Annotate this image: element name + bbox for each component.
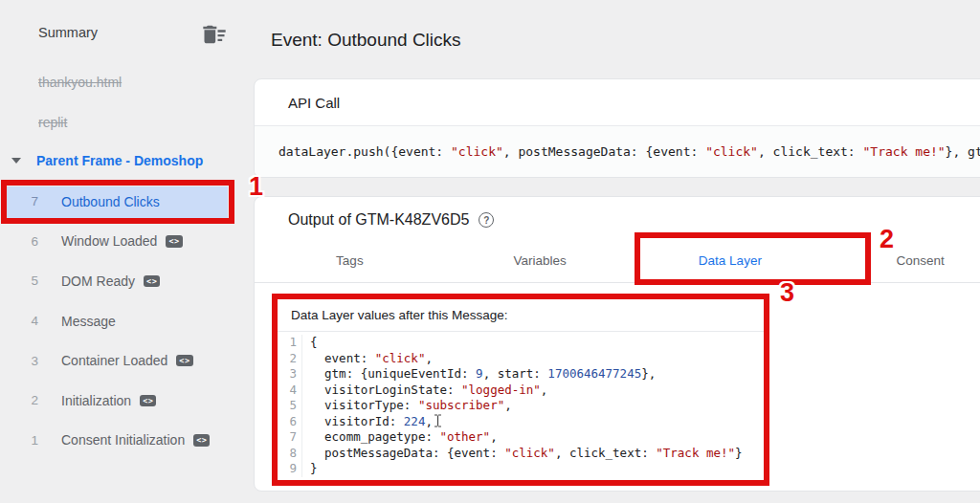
- line-number: 8: [278, 446, 302, 462]
- code-segment-string: "click": [451, 144, 503, 159]
- code-text: visitorLoginState: "logged-in",: [310, 383, 547, 399]
- code-icon: <>: [193, 434, 210, 447]
- code-segment-number: 1700646477245: [547, 366, 641, 383]
- line-number: 6: [278, 414, 302, 430]
- code-segment-plain: ,: [541, 383, 548, 399]
- line-number: 2: [278, 351, 302, 367]
- output-title: Output of GTM-K48ZV6D5: [288, 211, 469, 229]
- code-segment-plain: visitorId:: [310, 414, 404, 430]
- frame-group-label: Parent Frame - Demoshop: [36, 153, 203, 168]
- code-segment-plain: , postMessageData: {event:: [503, 144, 705, 159]
- code-segment-plain: visitorLoginState:: [310, 383, 461, 399]
- help-icon[interactable]: ?: [479, 212, 494, 228]
- code-line: 8 postMessageData: {event: "click", clic…: [278, 446, 764, 462]
- code-segment-plain: ,: [425, 351, 433, 367]
- code-segment-number: 9: [476, 366, 483, 383]
- code-text: postMessageData: {event: "click", click_…: [310, 446, 743, 462]
- code-segment-plain: {: [310, 335, 318, 351]
- event-label: Container Loaded: [61, 353, 167, 368]
- code-segment-plain: }, gt: [946, 144, 980, 159]
- code-line: 2 event: "click",: [278, 351, 764, 367]
- annotation-box-1: [1, 180, 234, 224]
- code-line: 9}: [278, 461, 764, 477]
- code-text: }: [310, 461, 318, 477]
- tab-variables[interactable]: Variables: [445, 239, 635, 282]
- sidebar-page-thankyou[interactable]: thankyou.html: [38, 75, 122, 90]
- code-line: 4 visitorLoginState: "logged-in",: [278, 383, 764, 399]
- event-label: DOM Ready: [61, 273, 135, 289]
- api-call-card: API Call dataLayer.push({event: "click",…: [254, 78, 980, 178]
- code-segment-plain: ,: [504, 398, 512, 414]
- code-text: event: "click",: [310, 351, 433, 367]
- sidebar-page-replit[interactable]: replit: [38, 115, 67, 130]
- event-number: 1: [15, 433, 38, 448]
- code-text: visitorType: "subscriber",: [310, 398, 512, 414]
- line-number: 4: [278, 383, 302, 399]
- code-text: {: [310, 335, 318, 351]
- event-row-dom-ready[interactable]: 5DOM Ready<>: [0, 261, 239, 301]
- code-segment-plain: ,: [490, 429, 498, 446]
- code-line: 1{: [278, 335, 764, 351]
- code-text: visitorId: 224,: [310, 414, 442, 430]
- code-segment-plain: gtm: {uniqueEventId:: [310, 366, 476, 383]
- code-segment-plain: ,: [425, 414, 433, 430]
- code-segment-string: "Track me!": [656, 446, 735, 462]
- event-row-container-loaded[interactable]: 3Container Loaded<>: [0, 340, 239, 381]
- code-line: 5 visitorType: "subscriber",: [278, 398, 764, 414]
- code-segment-plain: visitorType:: [310, 398, 418, 414]
- output-tab-bar: TagsVariablesData LayerConsent: [255, 239, 980, 283]
- event-number: 4: [15, 314, 38, 328]
- data-layer-code: 1{2 event: "click",3 gtm: {uniqueEventId…: [278, 332, 764, 477]
- event-number: 3: [15, 354, 38, 368]
- code-segment-plain: postMessageData: {event:: [310, 446, 504, 462]
- event-number: 2: [15, 393, 38, 407]
- annotation-label-3: 3: [780, 278, 794, 308]
- event-label: Message: [61, 314, 116, 329]
- text-cursor-icon: [434, 414, 442, 432]
- api-call-title: API Call: [255, 79, 980, 126]
- code-segment-string: "click": [375, 351, 426, 367]
- event-label: Initialization: [61, 393, 131, 408]
- event-row-message[interactable]: 4Message: [0, 301, 239, 341]
- event-row-consent-initialization[interactable]: 1Consent Initialization<>: [0, 421, 239, 461]
- code-segment-plain: event:: [310, 351, 375, 367]
- event-row-initialization[interactable]: 2Initialization<>: [0, 381, 239, 421]
- event-number: 5: [15, 273, 38, 288]
- code-segment-plain: },: [641, 366, 656, 383]
- annotation-label-2: 2: [880, 225, 894, 254]
- data-layer-panel-title: Data Layer values after this Message:: [278, 299, 764, 332]
- output-header: Output of GTM-K48ZV6D5 ?: [255, 197, 980, 229]
- line-number: 7: [278, 429, 302, 446]
- chevron-down-icon: [11, 158, 21, 164]
- line-number: 9: [278, 461, 302, 477]
- sidebar-group-parent-frame[interactable]: Parent Frame - Demoshop: [11, 153, 203, 168]
- annotation-box-2: [635, 232, 871, 285]
- sidebar: Summary thankyou.html replit Parent Fram…: [0, 0, 239, 503]
- code-segment-plain: }: [735, 446, 743, 462]
- code-segment-plain: ecomm_pagetype:: [310, 429, 439, 446]
- delete-sweep-icon[interactable]: [201, 21, 230, 50]
- api-call-code: dataLayer.push({event: "click", postMess…: [255, 126, 980, 177]
- code-segment-plain: , start:: [483, 366, 548, 383]
- code-segment-plain: , click_text:: [555, 446, 656, 462]
- page-title: Event: Outbound Clicks: [271, 30, 461, 51]
- code-segment-plain: }: [310, 461, 318, 477]
- line-number: 5: [278, 398, 302, 414]
- line-number: 3: [278, 366, 302, 383]
- code-text: gtm: {uniqueEventId: 9, start: 170064647…: [310, 366, 656, 383]
- code-line: 3 gtm: {uniqueEventId: 9, start: 1700646…: [278, 366, 764, 383]
- code-text: ecomm_pagetype: "other",: [310, 429, 498, 446]
- sidebar-item-summary[interactable]: Summary: [38, 25, 98, 40]
- event-row-window-loaded[interactable]: 6Window Loaded<>: [0, 222, 239, 262]
- code-segment-number: 224: [404, 414, 426, 430]
- code-segment-plain: dataLayer.push({event:: [278, 144, 451, 159]
- code-segment-string: "subscriber": [418, 398, 504, 414]
- code-line: 6 visitorId: 224,: [278, 414, 764, 430]
- event-number: 6: [15, 234, 38, 249]
- data-layer-panel: Data Layer values after this Message: 1{…: [272, 294, 769, 486]
- code-segment-string: "click": [705, 144, 758, 159]
- code-icon: <>: [144, 275, 160, 288]
- code-icon: <>: [166, 235, 182, 248]
- event-label: Consent Initialization: [61, 432, 185, 448]
- tab-tags[interactable]: Tags: [255, 239, 445, 282]
